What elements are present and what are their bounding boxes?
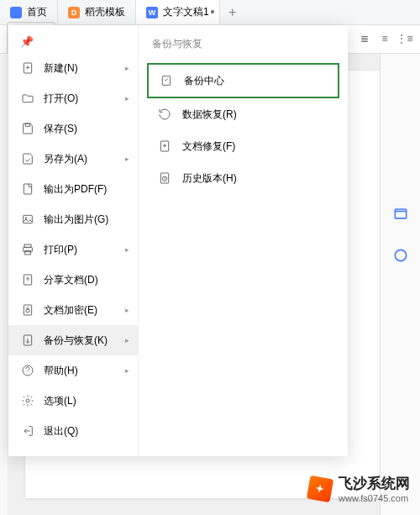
tab-label: 稻壳模板: [85, 5, 125, 19]
svg-point-19: [395, 250, 406, 260]
left-gutter: [0, 54, 8, 515]
tab-home[interactable]: 首页: [0, 0, 58, 24]
lock-icon: [20, 302, 35, 318]
chevron-right-icon: ▸: [125, 245, 129, 254]
align-right-icon[interactable]: ≡: [376, 32, 393, 45]
new-file-icon: [20, 60, 35, 76]
svg-point-13: [26, 399, 29, 402]
submenu-item-history[interactable]: 历史版本(H): [147, 162, 339, 194]
chevron-right-icon: ▸: [125, 94, 129, 102]
templates-icon: D: [68, 7, 80, 18]
menu-item-open[interactable]: 打开(O) ▸: [8, 83, 138, 113]
svg-rect-3: [24, 215, 33, 223]
chevron-right-icon: ▸: [125, 64, 129, 72]
save-as-icon: [20, 151, 35, 166]
settings-panel-icon[interactable]: [392, 247, 409, 264]
file-menu-flyout: 📌 新建(N) ▸ 打开(O) ▸ 保存(S) 另存为(A) ▸: [8, 25, 348, 456]
print-icon: [20, 242, 35, 257]
menu-label: 打印(P): [44, 243, 77, 257]
tab-document[interactable]: W 文字文稿1: [136, 0, 220, 24]
share-icon: [20, 272, 35, 287]
svg-rect-1: [25, 123, 29, 126]
menu-label: 帮助(H): [44, 364, 78, 378]
menu-item-help[interactable]: 帮助(H) ▸: [8, 355, 138, 386]
pdf-icon: [20, 181, 35, 197]
align-center-icon[interactable]: ≣: [356, 32, 373, 45]
menu-label: 分享文档(D): [44, 273, 98, 287]
svg-rect-9: [24, 305, 31, 315]
submenu-label: 文档修复(F): [182, 139, 235, 154]
file-menu-list: 📌 新建(N) ▸ 打开(O) ▸ 保存(S) 另存为(A) ▸: [8, 25, 139, 456]
menu-label: 退出(Q): [44, 424, 78, 439]
watermark-url: www.fs0745.com: [339, 493, 410, 503]
menu-label: 文档加密(E): [44, 303, 97, 318]
save-icon: [20, 121, 35, 136]
svg-rect-18: [395, 209, 406, 218]
menu-label: 备份与恢复(K): [44, 334, 108, 348]
menu-item-exit[interactable]: 退出(Q): [8, 416, 138, 446]
watermark-logo-icon: ✦: [307, 475, 333, 502]
menu-item-export-image[interactable]: 输出为图片(G): [8, 204, 138, 234]
menu-item-encrypt[interactable]: 文档加密(E) ▸: [8, 295, 138, 325]
backup-center-icon: [159, 73, 174, 88]
recover-icon: [157, 107, 172, 122]
menu-item-backup[interactable]: 备份与恢复(K) ▸: [8, 325, 138, 355]
svg-rect-2: [24, 184, 31, 194]
submenu-title: 备份与恢复: [147, 37, 339, 51]
backup-submenu: 备份与恢复 备份中心 数据恢复(R) 文档修复(F) 历史版本(H): [139, 25, 348, 456]
chevron-right-icon: ▸: [125, 306, 129, 314]
folder-open-icon: [20, 91, 35, 106]
submenu-item-doc-repair[interactable]: 文档修复(F): [147, 130, 339, 162]
menu-item-new[interactable]: 新建(N) ▸: [8, 53, 138, 83]
history-icon: [157, 171, 172, 186]
modified-indicator: [211, 10, 214, 13]
watermark: ✦ 飞沙系统网 www.fs0745.com: [308, 474, 410, 503]
chevron-right-icon: ▸: [125, 155, 129, 163]
gear-icon: [20, 393, 35, 408]
tab-label: 首页: [27, 5, 47, 19]
right-side-panel: [380, 54, 420, 515]
menu-item-save[interactable]: 保存(S): [8, 113, 138, 144]
main-area: 📌 新建(N) ▸ 打开(O) ▸ 保存(S) 另存为(A) ▸: [0, 54, 420, 515]
image-icon: [20, 212, 35, 227]
svg-rect-7: [25, 250, 31, 255]
chevron-right-icon: ▸: [125, 366, 129, 375]
submenu-label: 数据恢复(R): [182, 108, 237, 122]
chevron-right-icon: ▸: [125, 336, 129, 344]
submenu-item-data-recover[interactable]: 数据恢复(R): [147, 98, 339, 130]
tab-templates[interactable]: D 稻壳模板: [58, 0, 136, 24]
menu-label: 新建(N): [44, 61, 78, 76]
menu-item-export-pdf[interactable]: 输出为PDF(F): [8, 174, 138, 204]
help-icon: [20, 363, 35, 378]
watermark-text: 飞沙系统网 www.fs0745.com: [339, 474, 410, 503]
tab-label: 文字文稿1: [163, 5, 209, 19]
menu-label: 保存(S): [44, 122, 77, 136]
menu-item-print[interactable]: 打印(P) ▸: [8, 234, 138, 265]
submenu-label: 历史版本(H): [182, 171, 237, 186]
pin-icon[interactable]: 📌: [8, 35, 138, 53]
menu-item-share[interactable]: 分享文档(D): [8, 265, 138, 295]
menu-label: 输出为PDF(F): [44, 182, 107, 197]
menu-label: 选项(L): [44, 394, 76, 408]
menu-label: 另存为(A): [44, 152, 87, 166]
submenu-item-backup-center[interactable]: 备份中心: [147, 63, 339, 98]
svg-rect-10: [26, 309, 29, 312]
menu-item-options[interactable]: 选项(L): [8, 386, 138, 416]
list-icon[interactable]: ⋮≡: [396, 32, 413, 45]
home-icon: [10, 7, 22, 18]
watermark-title: 飞沙系统网: [339, 474, 410, 493]
backup-icon: [20, 333, 35, 348]
menu-label: 输出为图片(G): [44, 213, 108, 227]
exit-icon: [20, 423, 35, 439]
folder-panel-icon[interactable]: [392, 205, 409, 222]
repair-icon: [157, 139, 172, 154]
word-doc-icon: W: [146, 7, 158, 18]
menu-item-saveas[interactable]: 另存为(A) ▸: [8, 144, 138, 174]
menu-label: 打开(O): [44, 92, 78, 106]
submenu-label: 备份中心: [184, 74, 224, 88]
